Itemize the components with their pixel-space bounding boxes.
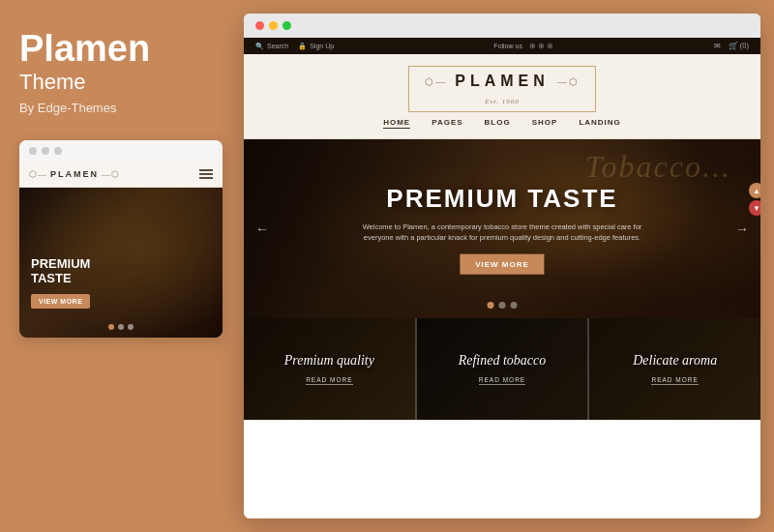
mobile-card-titlebar [19, 140, 223, 162]
mobile-logo-deco-left: ⬡— [29, 169, 47, 179]
mobile-dot-red [29, 147, 37, 155]
side-scrollbar: ▲ ▼ [753, 183, 760, 241]
browser-close-dot[interactable] [255, 21, 264, 30]
hero-dot-2[interactable] [499, 302, 506, 309]
envelope-icon[interactable]: ✉ [714, 42, 721, 50]
card-premium-quality: Premium quality READ MORE [244, 318, 417, 420]
mobile-hero-section: PREMIUM TASTE VIEW MORE [19, 188, 223, 338]
social-icons: ⊕ ⊕ ⊕ [529, 42, 553, 50]
site-logo: ⬡— PLAMEN —⬡ Est. 1900 [408, 66, 596, 112]
site-header: ⬡— PLAMEN —⬡ Est. 1900 HOME PAGES BLOG S… [244, 54, 760, 139]
logo-deco-right: —⬡ [557, 76, 580, 87]
browser-maximize-dot[interactable] [283, 21, 291, 30]
nav-pages[interactable]: PAGES [432, 118, 462, 129]
logo-text: PLAMEN [455, 73, 550, 90]
site-navigation: HOME PAGES BLOG SHOP LANDING [263, 112, 741, 131]
hero-title: PREMIUM TASTE [295, 183, 708, 213]
hero-dot-1[interactable] [488, 302, 494, 309]
search-icon: 🔍 [255, 43, 264, 50]
topbar-followus: Follow us ⊕ ⊕ ⊕ [493, 42, 553, 50]
mobile-preview-card: ⬡— PLAMEN —⬡ PREMIUM TASTE VIEW MORE [19, 140, 223, 338]
mobile-logo-deco-right: —⬡ [102, 169, 120, 179]
mobile-hero-content: PREMIUM TASTE VIEW MORE [31, 256, 90, 309]
logo-deco-left: ⬡— [425, 76, 447, 87]
nav-home[interactable]: HOME [383, 118, 410, 129]
nav-blog[interactable]: BLOG [485, 118, 511, 129]
mobile-slider-dots [108, 324, 134, 330]
card-1-content: Premium quality READ MORE [244, 318, 415, 420]
card-3-title: Delicate aroma [633, 353, 717, 369]
site-topbar: 🔍 Search 🔒 Sign Up Follow us ⊕ ⊕ ⊕ ✉ 🛒 (… [244, 38, 760, 54]
hero-script-text: Tobacco... [585, 149, 731, 185]
card-delicate-aroma: Delicate aroma READ MORE [589, 318, 760, 420]
mobile-hero-title: PREMIUM TASTE [31, 256, 90, 286]
nav-landing[interactable]: LANDING [579, 118, 620, 129]
hero-cta-button[interactable]: VIEW MORE [460, 254, 545, 275]
card-1-readmore[interactable]: READ MORE [306, 376, 352, 385]
scroll-down-button[interactable]: ▼ [749, 200, 760, 216]
mobile-dot-yellow [42, 147, 49, 155]
nav-shop[interactable]: SHOP [532, 118, 558, 129]
cart-icon[interactable]: 🛒 (0) [729, 42, 749, 50]
site-hero: Tobacco... PREMIUM TASTE Welcome to Plam… [244, 139, 760, 318]
hero-description: Welcome to Plamen, a contemporary tobacc… [347, 221, 657, 243]
topbar-search[interactable]: 🔍 Search [255, 43, 288, 50]
mobile-logo: ⬡— PLAMEN —⬡ [29, 169, 120, 179]
logo-subtitle: Est. 1900 [485, 98, 519, 105]
site-logo-row: ⬡— PLAMEN —⬡ [425, 73, 580, 90]
mobile-dot-green [54, 147, 62, 155]
card-2-title: Refined tobacco [459, 353, 547, 369]
hero-slider-dots [488, 302, 518, 309]
mobile-logo-text: PLAMEN [50, 169, 99, 179]
card-1-title: Premium quality [284, 353, 374, 369]
mobile-hero-button[interactable]: VIEW MORE [31, 294, 90, 309]
hero-content: PREMIUM TASTE Welcome to Plamen, a conte… [295, 183, 708, 275]
hero-prev-arrow[interactable]: ← [255, 222, 269, 237]
feature-cards: Premium quality READ MORE Refined tobacc… [244, 318, 760, 420]
site-topbar-left: 🔍 Search 🔒 Sign Up [255, 43, 334, 50]
browser-minimize-dot[interactable] [269, 21, 278, 30]
app-by: By Edge-Themes [19, 101, 116, 115]
app-title: Plamen [19, 29, 150, 70]
card-3-content: Delicate aroma READ MORE [589, 318, 760, 420]
hero-dot-3[interactable] [511, 302, 518, 309]
scroll-up-button[interactable]: ▲ [749, 183, 760, 198]
hero-next-arrow[interactable]: → [735, 222, 749, 237]
card-2-content: Refined tobacco READ MORE [417, 318, 588, 420]
mobile-slide-dot-3[interactable] [128, 324, 134, 330]
card-3-readmore[interactable]: READ MORE [651, 376, 698, 385]
mobile-hamburger-icon[interactable] [199, 169, 213, 179]
topbar-signup[interactable]: 🔒 Sign Up [298, 43, 334, 50]
mobile-slide-dot-2[interactable] [118, 324, 124, 330]
mobile-slide-dot-1[interactable] [108, 324, 114, 330]
left-panel: Plamen Theme By Edge-Themes ⬡— PLAMEN —⬡… [0, 0, 240, 532]
browser-titlebar [244, 14, 760, 38]
card-2-readmore[interactable]: READ MORE [479, 376, 525, 385]
app-subtitle: Theme [19, 70, 85, 95]
site-topbar-right: ✉ 🛒 (0) [714, 42, 749, 50]
card-refined-tobacco: Refined tobacco READ MORE [417, 318, 590, 420]
lock-icon: 🔒 [298, 43, 307, 50]
mobile-site-header: ⬡— PLAMEN —⬡ [19, 162, 223, 188]
browser-window: 🔍 Search 🔒 Sign Up Follow us ⊕ ⊕ ⊕ ✉ 🛒 (… [244, 14, 760, 518]
